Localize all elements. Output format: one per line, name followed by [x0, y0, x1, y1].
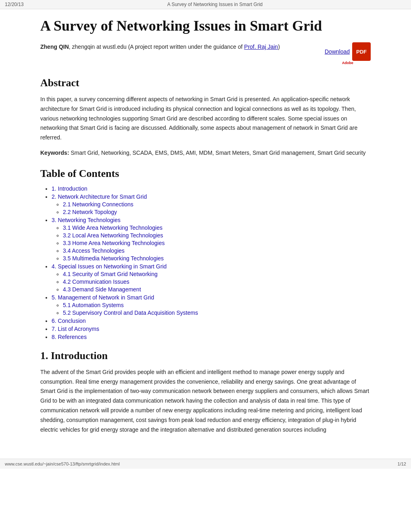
bottom-bar: www.cse.wustl.edu/~jain/cse570-13/ftp/sm… — [0, 459, 411, 469]
toc-item: 2. Network Architecture for Smart Grid2.… — [52, 193, 371, 215]
pdf-icon: PDF — [352, 42, 371, 61]
page-title: A Survey of Networking Issues in Smart G… — [40, 17, 371, 34]
toc-item: 4. Special Issues on Networking in Smart… — [52, 263, 371, 293]
author-block: Zheng QIN, zhengqin at wustl.edu (A proj… — [40, 42, 371, 65]
toc-link[interactable]: 6. Conclusion — [52, 318, 86, 324]
toc-sublink[interactable]: 3.5 Multimedia Networking Technologies — [63, 255, 164, 262]
toc-sublist: 4.1 Security of Smart Grid Networking4.2… — [52, 271, 371, 293]
toc-sublink[interactable]: 2.2 Network Topology — [63, 209, 117, 215]
toc-list: 1. Introduction2. Network Architecture f… — [40, 185, 371, 340]
author-name: Zheng QIN — [40, 44, 69, 50]
toc-subitem: 2.1 Networking Connections — [63, 201, 371, 208]
toc-link[interactable]: 5. Management of Network in Smart Grid — [52, 294, 154, 301]
browser-bar: 12/20/13 A Survey of Networking Issues i… — [0, 0, 411, 9]
toc-subitem: 4.2 Communication Issues — [63, 278, 371, 285]
download-link[interactable]: Download — [325, 48, 350, 55]
toc-item: 1. Introduction — [52, 185, 371, 192]
toc-sublist: 5.1 Automation Systems5.2 Supervisory Co… — [52, 302, 371, 316]
browser-date: 12/20/13 — [5, 2, 24, 7]
toc-heading: Table of Contents — [40, 168, 371, 180]
download-link-label[interactable]: Download — [325, 48, 350, 55]
pdf-wrapper: Download PDF — [325, 42, 371, 61]
bottom-page: 1/12 — [398, 461, 406, 466]
browser-title: A Survey of Networking Issues in Smart G… — [167, 2, 263, 7]
toc-subitem: 4.1 Security of Smart Grid Networking — [63, 271, 371, 277]
intro-text: The advent of the Smart Grid provides pe… — [40, 368, 371, 435]
toc-subitem: 2.2 Network Topology — [63, 209, 371, 215]
toc-sublink[interactable]: 3.1 Wide Area Networking Technologies — [63, 224, 162, 231]
toc-item: 7. List of Acronyms — [52, 326, 371, 332]
toc-subitem: 3.1 Wide Area Networking Technologies — [63, 224, 371, 231]
toc-sublink[interactable]: 3.3 Home Area Networking Technologies — [63, 240, 165, 246]
toc-sublink[interactable]: 4.3 Demand Side Management — [63, 286, 141, 293]
abstract-text: In this paper, a survey concerning diffe… — [40, 95, 371, 143]
toc-item: 6. Conclusion — [52, 318, 371, 324]
toc-subitem: 4.3 Demand Side Management — [63, 286, 371, 293]
toc-sublink[interactable]: 5.2 Supervisory Control and Data Acquisi… — [63, 310, 198, 316]
keywords-label: Keywords: — [40, 150, 69, 156]
toc-link[interactable]: 1. Introduction — [52, 185, 87, 192]
toc-sublink[interactable]: 4.2 Communication Issues — [63, 278, 129, 285]
author-text: Zheng QIN, zhengqin at wustl.edu (A proj… — [40, 42, 280, 51]
toc-link[interactable]: 7. List of Acronyms — [52, 326, 99, 332]
toc-link[interactable]: 8. References — [52, 334, 87, 340]
author-link[interactable]: Prof. Raj Jain — [244, 44, 278, 50]
author-intro: , zhengqin at wustl.edu (A project repor… — [69, 44, 244, 50]
abstract-heading: Abstract — [40, 77, 371, 89]
toc-link[interactable]: 4. Special Issues on Networking in Smart… — [52, 263, 167, 270]
keywords-text: Smart Grid, Networking, SCADA, EMS, DMS,… — [69, 150, 366, 156]
toc-subitem: 3.4 Access Technologies — [63, 247, 371, 254]
toc-subitem: 3.5 Multimedia Networking Technologies — [63, 255, 371, 262]
toc-sublink[interactable]: 2.1 Networking Connections — [63, 201, 133, 208]
toc-link[interactable]: 2. Network Architecture for Smart Grid — [52, 193, 147, 200]
toc-item: 5. Management of Network in Smart Grid5.… — [52, 294, 371, 316]
toc-subitem: 3.3 Home Area Networking Technologies — [63, 240, 371, 246]
intro-heading: 1. Introduction — [40, 350, 371, 362]
download-area: Download PDF Adobe — [325, 42, 371, 65]
adobe-badge: Adobe — [342, 61, 353, 65]
toc-sublink[interactable]: 4.1 Security of Smart Grid Networking — [63, 271, 158, 277]
author-close: ) — [278, 44, 280, 50]
toc-item: 3. Networking Technologies3.1 Wide Area … — [52, 217, 371, 262]
keywords-block: Keywords: Smart Grid, Networking, SCADA,… — [40, 148, 371, 158]
toc-subitem: 5.2 Supervisory Control and Data Acquisi… — [63, 310, 371, 316]
svg-text:PDF: PDF — [356, 49, 367, 55]
bottom-url: www.cse.wustl.edu/~jain/cse570-13/ftp/sm… — [5, 461, 120, 466]
toc-subitem: 5.1 Automation Systems — [63, 302, 371, 308]
toc-link[interactable]: 3. Networking Technologies — [52, 217, 120, 223]
main-content: A Survey of Networking Issues in Smart G… — [24, 9, 387, 451]
toc-subitem: 3.2 Local Area Networking Technologies — [63, 232, 371, 239]
toc-sublink[interactable]: 3.4 Access Technologies — [63, 247, 125, 254]
toc-item: 8. References — [52, 334, 371, 340]
toc-sublink[interactable]: 3.2 Local Area Networking Technologies — [63, 232, 163, 239]
toc-sublink[interactable]: 5.1 Automation Systems — [63, 302, 124, 308]
toc-sublist: 2.1 Networking Connections2.2 Network To… — [52, 201, 371, 215]
toc-sublist: 3.1 Wide Area Networking Technologies3.2… — [52, 224, 371, 262]
